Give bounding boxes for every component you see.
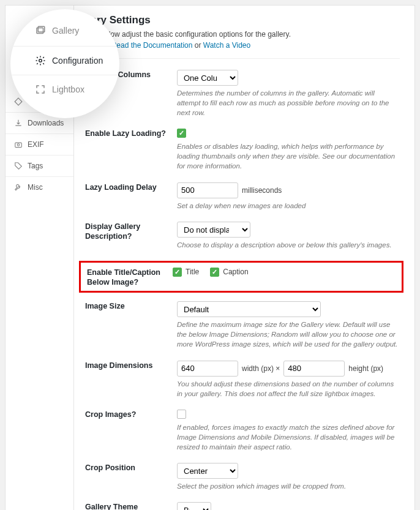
wrench-icon: [14, 183, 23, 192]
tag-icon: [14, 162, 23, 170]
gear-icon: [35, 55, 46, 66]
expand-icon: [35, 84, 46, 95]
diamond-icon: [14, 97, 23, 106]
hint-imgsize: Define the maximum image size for the Ga…: [177, 320, 400, 349]
sidebar-label: Tags: [28, 162, 43, 170]
label-dimensions: Image Dimensions: [85, 361, 177, 399]
zoom-item-configuration[interactable]: Configuration: [10, 47, 119, 75]
svg-rect-0: [15, 143, 22, 148]
hint-lazy: Enables or disables lazy loading, which …: [177, 141, 400, 171]
sidebar-item-exif[interactable]: EXIF: [6, 134, 73, 156]
label-crop-images: Crop Images?: [85, 410, 177, 452]
label-lazy-delay: Lazy Loading Delay: [85, 182, 177, 211]
title-checkbox[interactable]: [173, 268, 182, 277]
title-caption-highlight: Enable Title/Caption Below Image? Title …: [79, 261, 403, 293]
svg-point-4: [39, 59, 42, 62]
help-links: e help? Read the Documentation or Watch …: [85, 41, 400, 59]
settings-panel: llery Settings ings below adjust the bas…: [74, 6, 414, 510]
hint-lazy-delay: Set a delay when new images are loaded: [177, 201, 400, 211]
label-gallery-theme: Gallery Theme: [85, 502, 177, 510]
display-desc-select[interactable]: Do not display: [177, 222, 250, 238]
sidebar-label: Misc: [28, 183, 43, 192]
doc-link[interactable]: Read the Documentation: [111, 41, 193, 50]
label-image-size: Image Size: [85, 301, 177, 349]
lazy-loading-checkbox[interactable]: [177, 129, 186, 138]
width-input[interactable]: [177, 361, 238, 377]
page-subtitle: ings below adjust the basic configuratio…: [85, 30, 400, 39]
hint-columns: Determines the number of columns in the …: [177, 88, 400, 118]
images-icon: [35, 25, 46, 36]
gallery-columns-select[interactable]: One Column (1): [177, 70, 238, 86]
hint-desc: Choose to display a description above or…: [177, 240, 400, 250]
hint-crop-pos: Select the position which images will be…: [177, 481, 400, 491]
caption-checkbox[interactable]: [210, 268, 219, 277]
crop-position-select[interactable]: Center: [177, 463, 238, 479]
camera-icon: [14, 140, 23, 149]
sidebar-label: EXIF: [28, 140, 44, 149]
sidebar-item-tags[interactable]: Tags: [6, 156, 73, 177]
crop-images-checkbox[interactable]: [177, 410, 186, 419]
hint-crop: If enabled, forces images to exactly mat…: [177, 422, 400, 452]
page-title: llery Settings: [85, 14, 400, 26]
svg-point-1: [17, 144, 20, 146]
zoom-bubble: Gallery Configuration Lightbox: [10, 9, 119, 118]
label-lazy-loading: Enable Lazy Loading?: [85, 129, 177, 171]
lazy-delay-input[interactable]: [177, 182, 238, 198]
image-size-select[interactable]: Default: [177, 301, 321, 317]
hint-dims: You should adjust these dimensions based…: [177, 379, 400, 399]
label-display-desc: Display Gallery Description?: [85, 222, 177, 250]
gallery-theme-select[interactable]: Base: [177, 502, 211, 510]
label-crop-position: Crop Position: [85, 463, 177, 491]
download-icon: [14, 119, 23, 127]
zoom-item-lightbox[interactable]: Lightbox: [10, 75, 119, 103]
label-title-caption: Enable Title/Caption Below Image?: [87, 268, 173, 288]
video-link[interactable]: Watch a Video: [203, 41, 250, 50]
sidebar-label: Downloads: [28, 119, 64, 127]
sidebar-item-misc[interactable]: Misc: [6, 177, 73, 198]
height-input[interactable]: [283, 361, 345, 377]
